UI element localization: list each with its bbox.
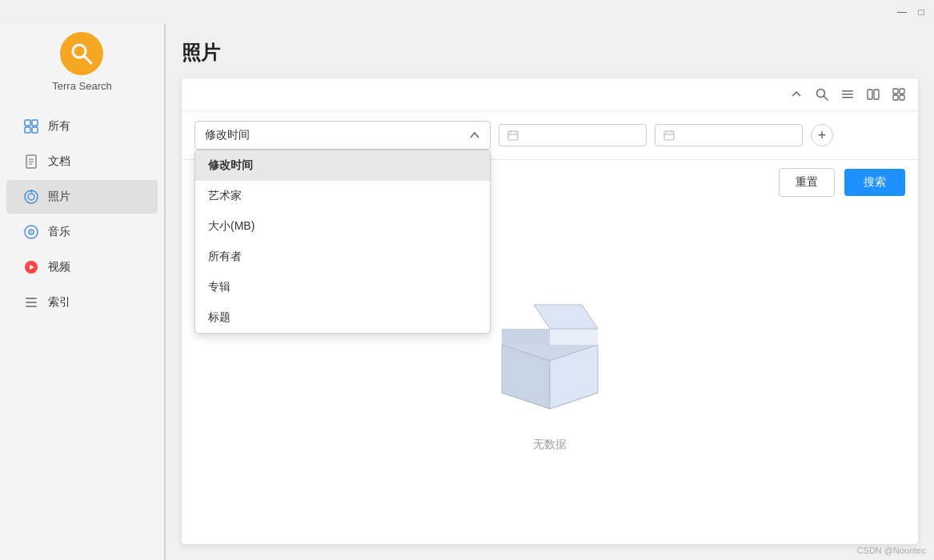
main-content: 照片 (166, 24, 934, 560)
date-from-input[interactable] (499, 124, 647, 146)
svg-rect-29 (900, 89, 904, 94)
date-to-input[interactable] (655, 124, 803, 146)
sidebar-item-music[interactable]: 音乐 (6, 215, 158, 249)
titlebar: — □ (0, 0, 934, 24)
search-button[interactable]: 搜索 (844, 169, 905, 196)
svg-rect-19 (26, 302, 37, 303)
reset-button[interactable]: 重置 (779, 168, 835, 197)
dropdown-container: 修改时间 修改时间 艺术家 大小(MB) 所有者 专辑 标题 (194, 121, 491, 150)
dropdown-option-artist[interactable]: 艺术家 (195, 181, 490, 211)
dropdown-option-album[interactable]: 专辑 (195, 272, 490, 302)
search-toolbar (182, 78, 918, 111)
dropdown-option-modify-time[interactable]: 修改时间 (195, 150, 490, 181)
svg-rect-36 (664, 131, 674, 140)
svg-rect-23 (842, 90, 853, 92)
svg-line-1 (84, 56, 91, 63)
search-logo-icon (70, 42, 94, 66)
sidebar-item-all[interactable]: 所有 (6, 110, 158, 143)
sidebar-label-index: 索引 (48, 295, 70, 310)
svg-rect-24 (842, 94, 853, 95)
svg-rect-18 (26, 298, 37, 299)
svg-rect-32 (508, 131, 518, 140)
video-icon (22, 258, 40, 276)
index-icon (22, 294, 40, 311)
sidebar-item-photos[interactable]: 照片 (6, 180, 158, 214)
sidebar-item-index[interactable]: 索引 (6, 286, 158, 319)
svg-marker-43 (534, 305, 598, 329)
minimize-button[interactable]: — (896, 6, 908, 18)
svg-point-12 (30, 190, 33, 193)
doc-icon (22, 153, 40, 170)
svg-line-22 (824, 96, 828, 100)
svg-rect-27 (874, 90, 879, 99)
sidebar-item-video[interactable]: 视频 (6, 250, 158, 284)
sidebar-label-video: 视频 (48, 260, 70, 274)
dropdown-menu: 修改时间 艺术家 大小(MB) 所有者 专辑 标题 (194, 150, 491, 334)
svg-point-11 (28, 194, 34, 200)
photo-icon (22, 188, 40, 206)
empty-box-illustration (470, 297, 630, 425)
sidebar-label-docs: 文档 (48, 154, 70, 169)
svg-rect-26 (868, 90, 872, 99)
maximize-button[interactable]: □ (915, 6, 928, 18)
svg-point-15 (30, 231, 32, 233)
svg-marker-41 (550, 329, 598, 345)
grid-icon[interactable] (889, 85, 908, 104)
svg-rect-3 (32, 120, 38, 126)
svg-rect-28 (893, 89, 898, 94)
watermark: CSDN @Noontec (857, 546, 926, 555)
calendar-from-icon (507, 130, 519, 141)
svg-marker-42 (502, 329, 550, 345)
add-filter-button[interactable]: + (811, 124, 833, 146)
sidebar-label-photos: 照片 (48, 190, 70, 204)
chevron-up-icon (469, 130, 480, 141)
svg-rect-30 (893, 95, 898, 100)
calendar-to-icon (663, 130, 675, 141)
empty-text: 无数据 (533, 438, 567, 452)
collapse-icon[interactable] (787, 85, 806, 104)
app-container: Terra Search 所有 (0, 24, 934, 560)
logo-title: Terra Search (52, 80, 111, 92)
sidebar-item-docs[interactable]: 文档 (6, 145, 158, 178)
sidebar: Terra Search 所有 (0, 24, 164, 560)
logo-circle (60, 32, 103, 75)
page-title: 照片 (182, 40, 918, 66)
filter-row: 修改时间 修改时间 艺术家 大小(MB) 所有者 专辑 标题 (182, 111, 918, 160)
svg-rect-5 (32, 127, 38, 133)
music-icon (22, 223, 40, 241)
filter-dropdown[interactable]: 修改时间 (194, 121, 491, 150)
menu-icon[interactable] (838, 85, 857, 104)
svg-rect-25 (842, 97, 853, 98)
search-toolbar-icon[interactable] (812, 85, 832, 104)
sidebar-label-music: 音乐 (48, 225, 70, 239)
svg-rect-20 (26, 306, 37, 307)
all-icon (22, 118, 40, 135)
logo-container: Terra Search (52, 32, 111, 92)
dropdown-option-owner[interactable]: 所有者 (195, 242, 490, 272)
svg-rect-2 (25, 120, 30, 126)
dropdown-option-title[interactable]: 标题 (195, 302, 490, 333)
nav-items: 所有 文档 (0, 108, 164, 321)
svg-rect-31 (900, 95, 904, 100)
svg-rect-4 (25, 127, 30, 133)
columns-icon[interactable] (864, 85, 883, 104)
search-panel: 修改时间 修改时间 艺术家 大小(MB) 所有者 专辑 标题 (182, 78, 918, 544)
sidebar-label-all: 所有 (48, 119, 70, 134)
dropdown-option-size[interactable]: 大小(MB) (195, 211, 490, 242)
dropdown-selected: 修改时间 (205, 128, 250, 142)
